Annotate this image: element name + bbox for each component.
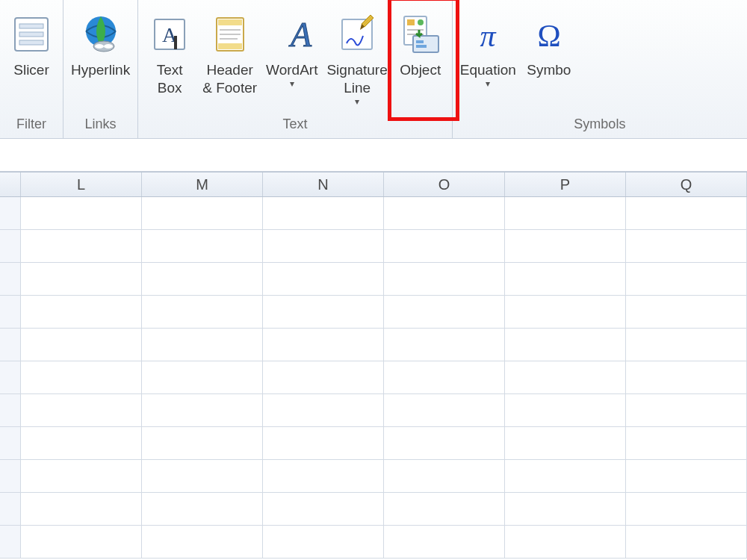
signatureline-button[interactable]: Signature Line▾ <box>322 7 391 109</box>
cell[interactable] <box>384 296 505 329</box>
cell[interactable] <box>263 427 384 460</box>
cell[interactable] <box>626 296 747 329</box>
cell[interactable] <box>384 361 505 394</box>
cell[interactable] <box>384 197 505 230</box>
cell[interactable] <box>505 296 626 329</box>
cell[interactable] <box>384 493 505 526</box>
cell[interactable] <box>626 230 747 263</box>
cell[interactable] <box>142 394 263 427</box>
symbol-button[interactable]: Ω Symbo <box>521 7 577 82</box>
cell[interactable] <box>626 493 747 526</box>
cell[interactable] <box>21 361 142 394</box>
cell[interactable] <box>263 296 384 329</box>
chevron-down-icon[interactable]: ▾ <box>486 79 490 88</box>
svg-rect-2 <box>19 32 43 37</box>
cell[interactable] <box>626 394 747 427</box>
cell[interactable] <box>21 394 142 427</box>
cell[interactable] <box>505 230 626 263</box>
cell[interactable] <box>626 263 747 296</box>
cell[interactable] <box>263 230 384 263</box>
cell[interactable] <box>263 394 384 427</box>
cell[interactable] <box>21 296 142 329</box>
row-header[interactable] <box>0 460 21 493</box>
cell[interactable] <box>21 427 142 460</box>
cell[interactable] <box>21 493 142 526</box>
row-header[interactable] <box>0 230 21 263</box>
cell[interactable] <box>263 493 384 526</box>
row-header[interactable] <box>0 263 21 296</box>
cell[interactable] <box>263 197 384 230</box>
column-header[interactable]: Q <box>626 172 747 196</box>
cell[interactable] <box>626 329 747 361</box>
cell[interactable] <box>142 263 263 296</box>
equation-button[interactable]: π Equation▾ <box>456 7 521 91</box>
cell[interactable] <box>384 460 505 493</box>
cell[interactable] <box>384 394 505 427</box>
column-header[interactable]: P <box>505 172 626 196</box>
row-header[interactable] <box>0 427 21 460</box>
cell[interactable] <box>21 263 142 296</box>
equation-label: Equation <box>460 61 516 79</box>
cell[interactable] <box>263 361 384 394</box>
cell[interactable] <box>21 329 142 361</box>
row-header[interactable] <box>0 329 21 361</box>
cell[interactable] <box>21 230 142 263</box>
column-header[interactable]: L <box>21 172 142 196</box>
cell[interactable] <box>505 329 626 361</box>
cell[interactable] <box>263 263 384 296</box>
cell[interactable] <box>142 230 263 263</box>
cell[interactable] <box>142 427 263 460</box>
cell[interactable] <box>263 460 384 493</box>
headerfooter-button[interactable]: Header & Footer <box>198 7 261 100</box>
cell[interactable] <box>384 427 505 460</box>
row-header[interactable] <box>0 493 21 526</box>
cell[interactable] <box>626 427 747 460</box>
cell[interactable] <box>505 493 626 526</box>
cell[interactable] <box>505 427 626 460</box>
slicer-button[interactable]: Slicer <box>3 7 60 82</box>
column-header[interactable]: N <box>263 172 384 196</box>
svg-point-21 <box>418 19 424 25</box>
column-header[interactable]: M <box>142 172 263 196</box>
cell[interactable] <box>142 493 263 526</box>
cell[interactable] <box>142 296 263 329</box>
cell[interactable] <box>384 263 505 296</box>
wordart-button[interactable]: A WordArt▾ <box>261 7 322 91</box>
cell[interactable] <box>626 460 747 493</box>
chevron-down-icon[interactable]: ▾ <box>290 79 294 88</box>
row-header[interactable] <box>0 394 21 427</box>
cell[interactable] <box>626 526 747 559</box>
cell[interactable] <box>21 526 142 559</box>
cell[interactable] <box>505 526 626 559</box>
cell[interactable] <box>505 460 626 493</box>
row-header[interactable] <box>0 361 21 394</box>
column-header[interactable]: O <box>384 172 505 196</box>
select-all-corner[interactable] <box>0 172 21 196</box>
cell[interactable] <box>505 263 626 296</box>
cell[interactable] <box>263 329 384 361</box>
cell[interactable] <box>21 460 142 493</box>
hyperlink-button[interactable]: Hyperlink <box>66 7 134 82</box>
cell[interactable] <box>505 361 626 394</box>
row-header[interactable] <box>0 526 21 559</box>
cell[interactable] <box>384 329 505 361</box>
textbox-button[interactable]: A Text Box <box>141 7 198 100</box>
cell[interactable] <box>505 394 626 427</box>
chevron-down-icon[interactable]: ▾ <box>355 97 359 106</box>
object-button[interactable]: Object <box>392 7 449 82</box>
row-header[interactable] <box>0 197 21 230</box>
cell[interactable] <box>142 361 263 394</box>
cell[interactable] <box>142 460 263 493</box>
cell[interactable] <box>384 526 505 559</box>
formula-bar[interactable] <box>0 139 747 172</box>
cell[interactable] <box>21 197 142 230</box>
cell[interactable] <box>263 526 384 559</box>
cell[interactable] <box>626 361 747 394</box>
cell[interactable] <box>505 197 626 230</box>
cell[interactable] <box>384 230 505 263</box>
cell[interactable] <box>142 329 263 361</box>
cell[interactable] <box>142 526 263 559</box>
row-header[interactable] <box>0 296 21 329</box>
cell[interactable] <box>626 197 747 230</box>
cell[interactable] <box>142 197 263 230</box>
